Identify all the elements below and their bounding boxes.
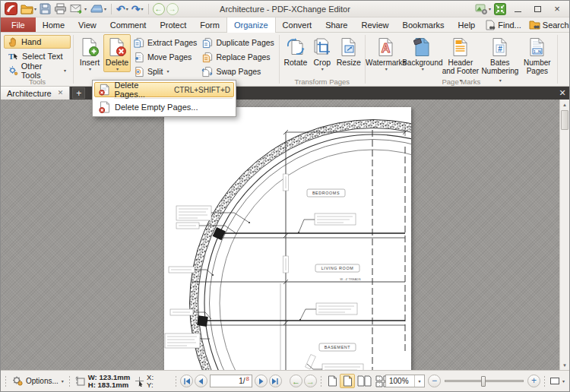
first-page-button[interactable] (180, 375, 193, 387)
zoom-slider-thumb[interactable] (481, 376, 486, 387)
menu-item-delete-pages[interactable]: Delete Pages... CTRL+SHIFT+D (94, 82, 234, 97)
single-page-layout-button[interactable] (325, 374, 340, 388)
app-window: ▾ ▾ ▾ ↶▾ ↷▾ ← → Architecture - PDF-XChan… (0, 0, 570, 392)
scroll-up-icon[interactable]: ▲ (560, 100, 569, 109)
menu-tab-comment[interactable]: Comment (103, 17, 154, 32)
rotate-icon (286, 37, 306, 57)
number-pages-button[interactable]: 1..N Number Pages (520, 34, 555, 76)
hand-tool-button[interactable]: Hand (4, 35, 71, 49)
ui-theme-button[interactable]: ▾ (473, 2, 492, 16)
vertical-scrollbar[interactable]: ▲ ▼ (559, 100, 569, 370)
close-button[interactable]: × (547, 2, 567, 16)
zoom-slider[interactable] (445, 380, 524, 382)
other-tools-caret-icon: ▾ (64, 68, 66, 73)
scrollbar-thumb[interactable] (561, 110, 568, 130)
titlebar-separator (111, 4, 112, 14)
zoom-in-button[interactable]: + (527, 375, 540, 387)
ribbon-separator4 (557, 35, 558, 84)
options-gear-icon (11, 375, 24, 387)
menubar-right: Find... Search... ▴ (482, 17, 570, 32)
fit-page-caret-icon: ▾ (562, 379, 565, 384)
replace-pages-button[interactable]: Replace Pages (199, 50, 276, 64)
hand-tool-label: Hand (21, 37, 41, 46)
previous-page-button[interactable] (195, 375, 207, 387)
page-number-field[interactable]: 1/8 (210, 375, 252, 387)
crop-button[interactable]: Crop ▾ (309, 34, 335, 72)
extract-pages-label: Extract Pages (147, 38, 197, 47)
resize-button[interactable]: Resize (335, 34, 363, 68)
crop-icon (312, 37, 332, 57)
extract-pages-button[interactable]: Extract Pages (131, 36, 199, 49)
view-back-button[interactable]: ← (290, 375, 302, 387)
menu-tab-protect[interactable]: Protect (153, 17, 193, 32)
open-button[interactable]: ▾ (19, 2, 38, 16)
watermarks-icon: A (376, 37, 396, 57)
undo-button[interactable]: ↶▾ (115, 2, 130, 16)
replace-pages-icon (201, 52, 213, 63)
extract-pages-icon (133, 37, 144, 49)
menu-tab-file[interactable]: File (1, 17, 36, 32)
last-page-button[interactable] (269, 375, 282, 387)
zoom-level-select[interactable]: 100% ▾ (385, 375, 425, 387)
next-page-button[interactable] (255, 375, 268, 387)
page-ops-column-1: Extract Pages Move Pages Split ▾ (131, 34, 199, 78)
continuous-layout-button[interactable] (340, 374, 355, 388)
delete-pages-button[interactable]: Delete ▾ (103, 34, 131, 72)
statusbar-grip5 (378, 375, 381, 387)
scroll-down-icon[interactable]: ▼ (560, 360, 569, 370)
split-button[interactable]: Split ▾ (131, 65, 199, 78)
menu-tab-form[interactable]: Form (193, 17, 226, 32)
history-forward-button[interactable]: → (166, 3, 179, 15)
zoom-select-caret-icon: ▾ (414, 375, 424, 387)
duplicate-pages-button[interactable]: Duplicate Pages (199, 36, 276, 49)
minimize-button[interactable] (508, 2, 527, 16)
menu-tab-view[interactable]: View (71, 17, 103, 32)
rotate-button[interactable]: Rotate (282, 34, 309, 68)
menu-tab-review[interactable]: Review (354, 17, 395, 32)
watermarks-button[interactable]: A Watermarks ▾ (368, 34, 404, 72)
menu-item-delete-empty-pages[interactable]: Delete Empty Pages... (94, 100, 234, 115)
svg-text:T: T (8, 52, 14, 61)
other-tools-button[interactable]: Other Tools ▾ (4, 64, 71, 77)
hand-icon (8, 36, 18, 47)
page-marks-group: A Watermarks ▾ Background ▾ Header and F… (366, 33, 556, 86)
menu-tab-share[interactable]: Share (318, 17, 354, 32)
new-tab-button[interactable]: + (72, 87, 85, 99)
tab-close-icon[interactable]: ✕ (58, 90, 64, 96)
tabbar-close-icon[interactable]: ✕ (556, 87, 569, 100)
document-page[interactable]: W - 4' TREADS BEDROOMS LIVING ROOM BASEM… (164, 107, 411, 370)
scan-button[interactable]: ▾ (88, 2, 108, 16)
move-pages-button[interactable]: Move Pages (131, 50, 199, 64)
transform-pages-group-label: Transform Pages (280, 77, 364, 86)
fit-page-button[interactable]: ▾ (548, 378, 567, 384)
insert-pages-button[interactable]: Insert ▾ (76, 34, 103, 72)
view-forward-button[interactable]: → (304, 375, 317, 387)
menu-tab-home[interactable]: Home (36, 17, 71, 32)
fullscreen-button[interactable] (492, 2, 508, 16)
app-logo-icon[interactable] (3, 2, 19, 16)
find-button[interactable]: Find... (482, 19, 524, 31)
print-button[interactable] (52, 2, 68, 16)
tools-group: Hand T Select Text Other Tools ▾ Tools (2, 33, 72, 86)
menu-tab-bookmarks[interactable]: Bookmarks (396, 17, 451, 32)
background-button[interactable]: Background ▾ (404, 34, 441, 72)
menu-tab-convert[interactable]: Convert (276, 17, 319, 32)
options-button[interactable]: Options... ▾ (9, 375, 66, 387)
delete-dropdown-menu: Delete Pages... CTRL+SHIFT+D Delete Empt… (92, 80, 236, 117)
document-tab-architecture[interactable]: Architecture ✕ (1, 87, 70, 100)
menu-tab-help[interactable]: Help (451, 17, 483, 32)
email-caret-icon: ▾ (84, 7, 87, 11)
search-button[interactable]: Search... (526, 19, 570, 30)
other-tools-icon (8, 65, 18, 76)
history-back-button[interactable]: ← (153, 3, 165, 15)
zoom-out-button[interactable]: − (428, 375, 441, 387)
y-value: Y: (147, 381, 154, 389)
email-button[interactable]: ▾ (68, 2, 88, 16)
redo-button[interactable]: ↷▾ (130, 2, 145, 16)
svg-text:1..N: 1..N (534, 49, 541, 54)
maximize-button[interactable] (527, 2, 547, 16)
save-button[interactable] (38, 2, 52, 16)
menu-tab-organize[interactable]: Organize (226, 17, 276, 33)
swap-pages-button[interactable]: Swap Pages (199, 65, 276, 78)
two-page-layout-button[interactable] (355, 374, 373, 388)
